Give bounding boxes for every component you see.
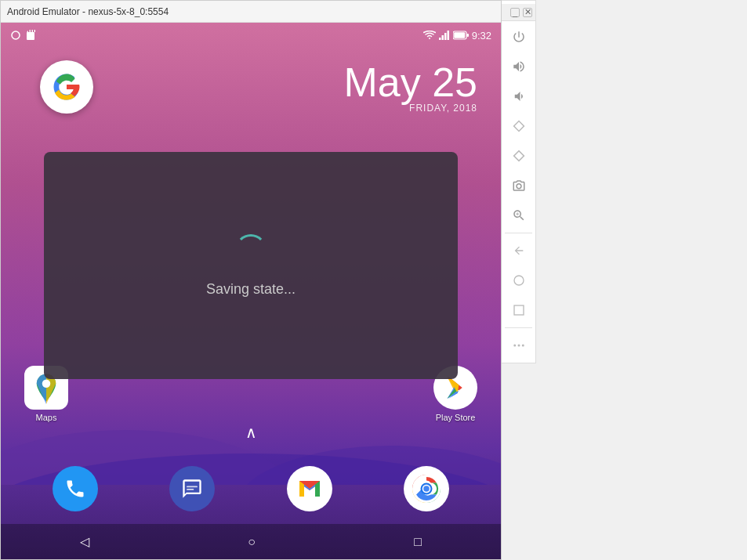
status-icon-circle — [10, 30, 21, 41]
volume-up-button[interactable] — [505, 52, 533, 81]
status-time: 9:32 — [472, 30, 491, 42]
messages-icon — [181, 478, 203, 500]
nav-back-button[interactable]: ◁ — [80, 534, 89, 549]
power-icon — [512, 30, 526, 44]
dock-phone-icon[interactable] — [53, 466, 98, 511]
svg-point-42 — [517, 345, 520, 347]
status-left-icons — [10, 30, 35, 41]
dock-chrome-icon[interactable] — [404, 466, 449, 511]
zoom-icon — [512, 208, 526, 222]
svg-rect-10 — [441, 35, 444, 40]
side-toolbar: _ ✕ — [502, 0, 536, 363]
svg-rect-15 — [454, 32, 465, 38]
toolbar-divider-1 — [505, 233, 531, 233]
svg-point-17 — [42, 380, 51, 388]
svg-rect-9 — [439, 38, 441, 40]
phone-screen[interactable]: 9:32 May 25 FRIDAY, 2018 Saving state... — [1, 23, 501, 559]
svg-rect-8 — [33, 30, 34, 32]
battery-icon — [453, 31, 469, 40]
saving-text: Saving state... — [206, 281, 296, 298]
power-button[interactable] — [505, 23, 533, 51]
rotate-right-button[interactable] — [505, 142, 533, 170]
status-bar: 9:32 — [1, 23, 501, 48]
emulator-window: Android Emulator - nexus-5x-8_0:5554 — [0, 0, 502, 560]
home-circle-icon — [513, 274, 525, 287]
playstore-label: Play Store — [436, 413, 476, 422]
nav-home-toolbar-button[interactable] — [505, 266, 533, 294]
svg-point-38 — [424, 486, 430, 492]
svg-rect-11 — [444, 33, 447, 40]
toolbar-header: _ ✕ — [502, 4, 535, 21]
dock-messages-icon[interactable] — [169, 466, 215, 511]
rotate-right-icon — [512, 149, 526, 163]
title-bar: Android Emulator - nexus-5x-8_0:5554 — [1, 1, 501, 23]
svg-rect-40 — [514, 305, 524, 315]
svg-point-39 — [514, 276, 524, 285]
nav-home-button[interactable]: ○ — [248, 535, 256, 549]
camera-icon — [512, 179, 526, 193]
nav-bar: ◁ ○ □ — [1, 524, 501, 559]
svg-rect-4 — [27, 32, 34, 40]
more-dots-icon — [512, 338, 526, 352]
status-right-icons: 9:32 — [423, 30, 491, 42]
dock-bar — [1, 453, 501, 524]
loading-spinner — [235, 234, 267, 266]
toolbar-minimize-button[interactable]: _ — [510, 8, 520, 17]
maps-label: Maps — [36, 413, 57, 422]
nav-recents-button[interactable]: □ — [414, 535, 422, 549]
rotate-left-button[interactable] — [505, 112, 533, 140]
phone-icon — [64, 478, 86, 500]
google-g-logo — [53, 73, 81, 101]
volume-down-button[interactable] — [505, 82, 533, 110]
date-weekday: FRIDAY, 2018 — [343, 103, 477, 114]
zoom-button[interactable] — [505, 201, 533, 229]
screenshot-button[interactable] — [505, 172, 533, 200]
nav-back-toolbar-button[interactable] — [505, 237, 533, 265]
gmail-icon — [298, 479, 321, 498]
rotate-left-icon — [512, 119, 526, 133]
signal-icon — [439, 31, 450, 40]
date-day: May 25 — [343, 62, 477, 103]
title-bar-text: Android Emulator - nexus-5x-8_0:5554 — [7, 6, 169, 17]
toolbar-divider-2 — [505, 327, 531, 328]
date-display: May 25 FRIDAY, 2018 — [343, 62, 477, 114]
arrow-up-indicator: ∧ — [245, 423, 257, 442]
svg-point-41 — [513, 345, 516, 347]
volume-down-icon — [512, 89, 526, 103]
svg-rect-6 — [28, 30, 30, 32]
svg-rect-12 — [447, 31, 449, 40]
svg-rect-26 — [187, 489, 194, 490]
svg-rect-7 — [31, 30, 32, 32]
back-triangle-icon — [513, 244, 525, 257]
nav-recents-toolbar-button[interactable] — [505, 296, 533, 324]
google-widget[interactable] — [40, 60, 93, 114]
svg-point-43 — [521, 345, 524, 347]
svg-rect-25 — [187, 486, 198, 488]
volume-up-icon — [512, 60, 526, 74]
dock-gmail-icon[interactable] — [287, 466, 332, 511]
svg-rect-14 — [466, 34, 469, 37]
saving-overlay: Saving state... — [44, 152, 458, 379]
recents-square-icon — [513, 304, 525, 316]
status-icon-sdcard — [26, 30, 35, 41]
more-button[interactable] — [505, 331, 533, 359]
svg-point-3 — [12, 31, 20, 39]
toolbar-close-button[interactable]: ✕ — [523, 8, 532, 17]
chrome-logo — [412, 475, 441, 503]
wifi-icon — [423, 31, 436, 40]
